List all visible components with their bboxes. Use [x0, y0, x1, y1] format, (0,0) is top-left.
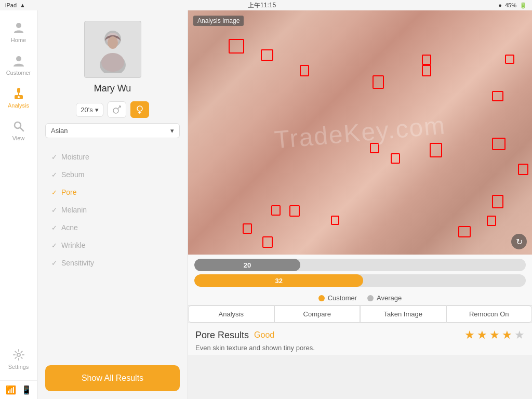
- right-panel: Analysis Image: [188, 10, 532, 399]
- average-progress-track: 32: [194, 274, 526, 287]
- menu-item-sebum[interactable]: ✓ Sebum: [45, 166, 180, 183]
- menu-label-sensitivity: Sensitivity: [61, 259, 94, 267]
- svg-rect-2: [17, 88, 20, 93]
- menu-label-sebum: Sebum: [61, 170, 84, 179]
- show-all-results-button[interactable]: Show All Results: [45, 365, 180, 391]
- analysis-menu: ✓ Moisture ✓ Sebum ✓ Pore ✓ Melanin ✓ Ac…: [45, 149, 180, 271]
- star-1: ★: [464, 328, 475, 342]
- ethnicity-value: Asian: [51, 127, 68, 135]
- customer-icon: [11, 54, 26, 68]
- detection-box: [518, 164, 528, 175]
- stars-row: ★ ★ ★ ★ ★: [464, 328, 525, 342]
- star-4: ★: [502, 328, 512, 342]
- svg-line-7: [20, 128, 23, 131]
- detection-box: [370, 143, 379, 153]
- menu-item-acne[interactable]: ✓ Acne: [45, 219, 180, 236]
- home-icon: [11, 21, 26, 35]
- sidebar-item-analysis[interactable]: Analysis: [0, 81, 37, 114]
- ipad-label: iPad: [5, 2, 17, 8]
- menu-label-moisture: Moisture: [61, 153, 89, 161]
- chevron-down-icon-ethnicity: ▾: [170, 127, 174, 135]
- detection-box: [505, 55, 514, 64]
- star-5: ★: [514, 328, 525, 342]
- menu-label-acne: Acne: [61, 223, 78, 232]
- svg-point-5: [18, 96, 20, 98]
- age-selector[interactable]: 20's ▾: [76, 103, 103, 117]
- detection-box: [458, 226, 471, 237]
- tab-taken-image[interactable]: Taken Image: [360, 305, 446, 323]
- watermark: TradeKey.com: [273, 111, 447, 154]
- detection-box: [261, 49, 273, 61]
- tab-remocon-on[interactable]: Remocon On: [446, 305, 533, 323]
- svg-point-14: [113, 108, 118, 113]
- menu-label-pore: Pore: [61, 188, 77, 196]
- detection-box: [271, 205, 281, 216]
- detection-box: [492, 91, 503, 101]
- chevron-down-icon: ▾: [95, 106, 99, 114]
- sidebar-item-home[interactable]: Home: [0, 16, 37, 48]
- menu-item-melanin[interactable]: ✓ Melanin: [45, 202, 180, 218]
- analysis-icon: [11, 86, 26, 101]
- customer-name: Mary Wu: [94, 83, 131, 94]
- analysis-image-label: Analysis Image: [193, 16, 244, 26]
- progress-row-customer: 20: [194, 259, 526, 271]
- customer-avatar: [84, 21, 141, 78]
- sidebar-label-analysis: Analysis: [8, 102, 29, 109]
- gender-male-btn[interactable]: [108, 101, 126, 118]
- refresh-button[interactable]: ↻: [511, 234, 527, 249]
- detection-box: [487, 216, 496, 226]
- results-title-row: Pore Results Good ★ ★ ★ ★ ★: [195, 328, 525, 342]
- menu-item-pore[interactable]: ✓ Pore: [45, 184, 180, 201]
- check-icon-acne: ✓: [51, 224, 57, 232]
- detection-box: [262, 236, 273, 248]
- menu-item-wrinkle[interactable]: ✓ Wrinkle: [45, 237, 180, 254]
- detection-box: [492, 138, 506, 150]
- sidebar-item-view[interactable]: View: [0, 114, 37, 147]
- detection-box: [391, 153, 400, 164]
- tab-bar: Analysis Compare Taken Image Remocon On: [188, 305, 532, 323]
- check-icon-sensitivity: ✓: [51, 259, 57, 267]
- status-bar: iPad ▲ 上午11:15 ● 45% 🔋: [0, 0, 532, 10]
- tab-compare[interactable]: Compare: [274, 305, 361, 323]
- sidebar: Home Customer Analysis: [0, 10, 37, 399]
- device-icon: 📱: [21, 385, 32, 395]
- customer-progress-value: 20: [244, 261, 251, 269]
- average-progress-fill: 32: [194, 274, 363, 287]
- view-icon: [11, 119, 26, 134]
- legend-label-average: Average: [377, 294, 402, 302]
- svg-point-18: [137, 106, 142, 111]
- detection-box: [373, 75, 384, 89]
- detection-box: [300, 65, 309, 76]
- detection-box: [430, 143, 442, 157]
- legend-dot-average: [367, 295, 374, 301]
- ethnicity-selector[interactable]: Asian ▾: [45, 123, 180, 138]
- menu-item-moisture[interactable]: ✓ Moisture: [45, 149, 180, 165]
- image-area: Analysis Image: [188, 10, 532, 255]
- wifi-status-icon: 📶: [6, 385, 16, 395]
- menu-label-wrinkle: Wrinkle: [61, 241, 85, 249]
- detection-box: [331, 216, 339, 225]
- menu-item-sensitivity[interactable]: ✓ Sensitivity: [45, 255, 180, 271]
- sidebar-bottom: 📶 📱: [0, 380, 37, 399]
- sidebar-label-view: View: [12, 135, 25, 141]
- battery-icon: 🔋: [520, 2, 527, 9]
- star-3: ★: [489, 328, 500, 342]
- results-description: Even skin texture and shown tiny pores.: [195, 344, 525, 352]
- detection-box: [422, 55, 431, 65]
- svg-point-12: [108, 36, 118, 49]
- check-icon-pore: ✓: [51, 189, 57, 196]
- sidebar-item-customer[interactable]: Customer: [0, 48, 37, 81]
- left-panel: Mary Wu 20's ▾: [37, 10, 188, 399]
- settings-icon: [11, 348, 26, 362]
- skin-image: TradeKey.com: [188, 10, 532, 255]
- check-icon-wrinkle: ✓: [51, 242, 57, 249]
- gender-female-btn[interactable]: [130, 101, 149, 118]
- signal-icon: ●: [498, 2, 502, 8]
- svg-point-13: [101, 53, 124, 72]
- legend-label-customer: Customer: [328, 294, 357, 302]
- sidebar-item-settings[interactable]: Settings: [0, 342, 37, 375]
- tab-analysis[interactable]: Analysis: [188, 305, 274, 323]
- legend-row: Customer Average: [188, 292, 532, 305]
- results-status: Good: [254, 330, 274, 340]
- legend-customer: Customer: [318, 294, 357, 302]
